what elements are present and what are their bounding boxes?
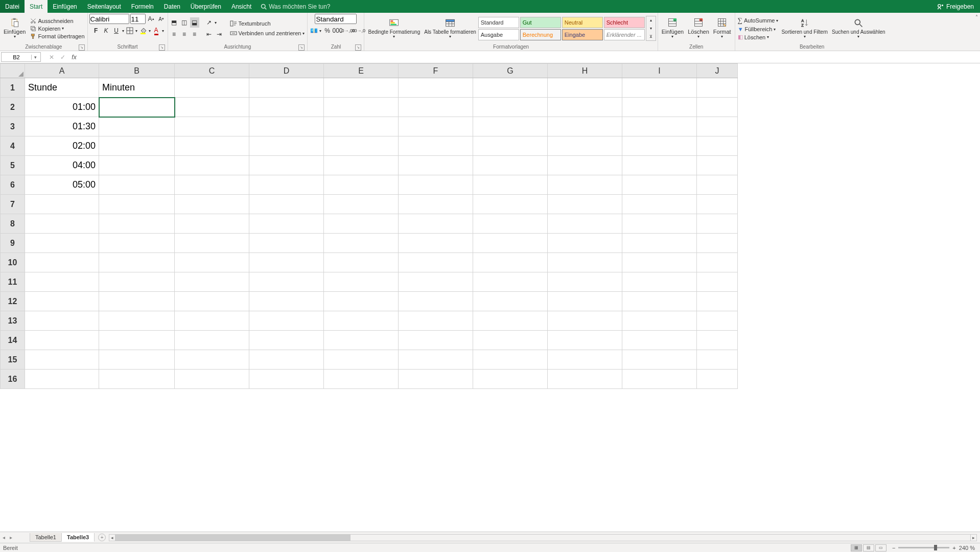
cell-E9[interactable] [324, 234, 399, 253]
row-header-15[interactable]: 15 [1, 350, 25, 370]
cell-D5[interactable] [249, 156, 324, 175]
new-sheet-button[interactable]: + [98, 534, 106, 541]
cell-I11[interactable] [622, 272, 697, 292]
align-center-icon[interactable]: ≡ [180, 29, 189, 39]
cell-G6[interactable] [473, 175, 548, 195]
format-painter-button[interactable]: Format übertragen [29, 33, 85, 40]
cell-F12[interactable] [399, 292, 473, 311]
fill-color-button[interactable] [138, 26, 148, 36]
cell-B4[interactable] [99, 136, 175, 156]
sheet-nav-first[interactable]: ◂ [0, 535, 7, 540]
tab-seitenlayout[interactable]: Seitenlayout [82, 0, 126, 13]
row-header-9[interactable]: 9 [1, 234, 25, 253]
sort-filter-button[interactable]: AZSortieren und Filtern▾ [779, 17, 830, 40]
cell-C12[interactable] [175, 292, 249, 311]
cell-H5[interactable] [548, 156, 622, 175]
cell-D9[interactable] [249, 234, 324, 253]
share-button[interactable]: Freigeben [931, 0, 980, 13]
cell-C13[interactable] [175, 311, 249, 331]
row-header-7[interactable]: 7 [1, 195, 25, 214]
cell-G7[interactable] [473, 195, 548, 214]
cell-C15[interactable] [175, 350, 249, 370]
cell-C16[interactable] [175, 370, 249, 389]
cell-F6[interactable] [399, 175, 473, 195]
cell-A13[interactable] [25, 311, 99, 331]
scroll-left-icon[interactable]: ◂ [109, 535, 115, 541]
alignment-launcher[interactable]: ↘ [298, 44, 305, 51]
style-ausgabe[interactable]: Ausgabe [478, 29, 519, 40]
cell-F10[interactable] [399, 253, 473, 272]
cell-B14[interactable] [99, 331, 175, 350]
row-header-12[interactable]: 12 [1, 292, 25, 311]
cell-J11[interactable] [697, 272, 738, 292]
cell-H11[interactable] [548, 272, 622, 292]
cell-D10[interactable] [249, 253, 324, 272]
cell-G1[interactable] [473, 78, 548, 98]
cell-I7[interactable] [622, 195, 697, 214]
cell-E6[interactable] [324, 175, 399, 195]
cell-I14[interactable] [622, 331, 697, 350]
cell-B12[interactable] [99, 292, 175, 311]
cell-J7[interactable] [697, 195, 738, 214]
cell-A15[interactable] [25, 350, 99, 370]
cell-I10[interactable] [622, 253, 697, 272]
column-header-B[interactable]: B [99, 64, 175, 78]
row-header-6[interactable]: 6 [1, 175, 25, 195]
style-erklaerender[interactable]: Erklärender ... [604, 29, 645, 40]
cell-D1[interactable] [249, 78, 324, 98]
column-header-E[interactable]: E [324, 64, 399, 78]
cell-A6[interactable]: 05:00 [25, 175, 99, 195]
select-all-corner[interactable] [1, 64, 25, 78]
tab-einfuegen[interactable]: Einfügen [48, 0, 82, 13]
cell-I13[interactable] [622, 311, 697, 331]
delete-cells-button[interactable]: ×Löschen▾ [686, 16, 711, 40]
cell-G8[interactable] [473, 214, 548, 234]
cell-D11[interactable] [249, 272, 324, 292]
cell-J8[interactable] [697, 214, 738, 234]
name-box[interactable]: ▾ [1, 52, 41, 62]
cell-I8[interactable] [622, 214, 697, 234]
cell-J3[interactable] [697, 117, 738, 136]
name-box-input[interactable] [2, 54, 31, 60]
cell-A3[interactable]: 01:30 [25, 117, 99, 136]
collapse-ribbon-icon[interactable]: ˄ [975, 14, 978, 20]
cell-J2[interactable] [697, 98, 738, 117]
tab-start[interactable]: Start [25, 0, 48, 13]
cell-G2[interactable] [473, 98, 548, 117]
cell-J5[interactable] [697, 156, 738, 175]
cell-C1[interactable] [175, 78, 249, 98]
cell-D3[interactable] [249, 117, 324, 136]
cell-H12[interactable] [548, 292, 622, 311]
styles-more[interactable]: ⊻ [646, 33, 656, 40]
cell-J12[interactable] [697, 292, 738, 311]
cell-F7[interactable] [399, 195, 473, 214]
cell-I12[interactable] [622, 292, 697, 311]
cell-F13[interactable] [399, 311, 473, 331]
insert-function-button[interactable]: fx [68, 52, 80, 62]
cell-I2[interactable] [622, 98, 697, 117]
row-header-14[interactable]: 14 [1, 331, 25, 350]
column-header-D[interactable]: D [249, 64, 324, 78]
cell-C6[interactable] [175, 175, 249, 195]
clipboard-launcher[interactable]: ↘ [79, 44, 85, 51]
cell-I5[interactable] [622, 156, 697, 175]
cell-D4[interactable] [249, 136, 324, 156]
cell-F16[interactable] [399, 370, 473, 389]
cell-B9[interactable] [99, 234, 175, 253]
cell-B5[interactable] [99, 156, 175, 175]
cell-A9[interactable] [25, 234, 99, 253]
cancel-formula-button[interactable]: ✕ [46, 52, 57, 62]
cell-A12[interactable] [25, 292, 99, 311]
cell-D7[interactable] [249, 195, 324, 214]
decrease-font-icon[interactable]: A▾ [157, 14, 166, 24]
cell-G12[interactable] [473, 292, 548, 311]
zoom-out-button[interactable]: − [892, 545, 895, 551]
cell-E14[interactable] [324, 331, 399, 350]
cell-J13[interactable] [697, 311, 738, 331]
style-gut[interactable]: Gut [520, 17, 561, 28]
format-as-table-button[interactable]: Als Tabelle formatieren▾ [422, 17, 478, 40]
cell-B11[interactable] [99, 272, 175, 292]
cell-D8[interactable] [249, 214, 324, 234]
find-select-button[interactable]: Suchen und Auswählen▾ [830, 17, 888, 40]
clear-button[interactable]: ◧Löschen▾ [737, 33, 780, 41]
